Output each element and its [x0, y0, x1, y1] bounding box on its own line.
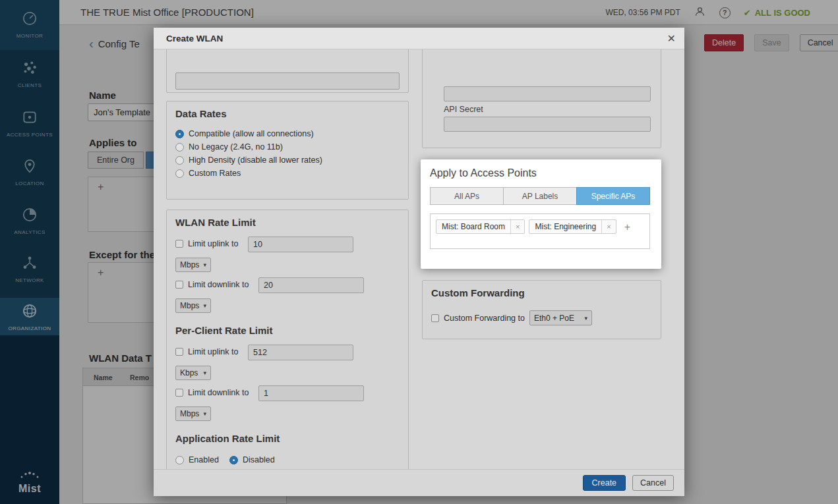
ap-token: Mist: Engineering ×	[529, 219, 616, 234]
chevron-down-icon: ▾	[584, 315, 587, 322]
client-uplink-input[interactable]	[248, 345, 353, 360]
modal-body: Data Rates Compatible (allow all connect…	[154, 49, 684, 469]
client-downlink-unit-select[interactable]: Mbps ▾	[175, 406, 211, 421]
ap-scope-segmented-control: All APs AP Labels Specific APs	[430, 187, 650, 205]
segment-ap-labels[interactable]: AP Labels	[503, 187, 577, 205]
application-rate-limit-title: Application Rate Limit	[175, 433, 280, 444]
apply-to-access-points-card: Apply to Access Points All APs AP Labels…	[421, 159, 661, 269]
radio-row: Custom Rates	[175, 169, 241, 178]
text-input-top-left[interactable]	[175, 72, 400, 90]
create-wlan-modal: Create WLAN ✕ Data Rates Compatible (all…	[154, 28, 684, 496]
radio-app-rate-disabled[interactable]	[229, 456, 238, 464]
wlan-uplink-unit-select[interactable]: Mbps ▾	[175, 258, 211, 272]
limit-row: Limit uplink to	[175, 239, 238, 248]
checkbox-custom-forwarding[interactable]	[431, 314, 439, 322]
radio-label: Custom Rates	[189, 169, 241, 178]
radio-row: Disabled	[229, 455, 275, 464]
checkbox-label: Custom Forwarding to	[444, 314, 525, 323]
rate-limit-card: WLAN Rate Limit Limit uplink to Mbps ▾ L…	[166, 210, 409, 469]
segment-all-aps[interactable]: All APs	[430, 187, 504, 205]
radio-row: High Density (disable all lower rates)	[175, 155, 322, 165]
chevron-down-icon: ▾	[203, 262, 206, 268]
remove-token-icon[interactable]: ×	[510, 220, 524, 233]
wlan-downlink-unit-select[interactable]: Mbps ▾	[175, 298, 211, 313]
chevron-down-icon: ▾	[203, 370, 206, 376]
specific-aps-token-box[interactable]: Mist: Board Room × Mist: Engineering × +	[430, 213, 650, 249]
segment-specific-aps[interactable]: Specific APs	[576, 187, 650, 205]
scrolled-card-right: API Secret	[422, 49, 661, 148]
data-rates-card: Data Rates Compatible (allow all connect…	[166, 101, 409, 200]
limit-row: Limit downlink to	[175, 388, 249, 397]
limit-row: Limit uplink to	[175, 347, 238, 356]
radio-app-rate-enabled[interactable]	[175, 456, 184, 464]
text-input-top-right[interactable]	[444, 86, 651, 101]
checkbox-label: Limit downlink to	[188, 388, 249, 397]
custom-forwarding-card: Custom Forwarding Custom Forwarding to E…	[422, 280, 661, 339]
radio-no-legacy[interactable]	[175, 143, 184, 152]
radio-row: Compatible (allow all connections)	[175, 129, 314, 138]
ap-token-label: Mist: Engineering	[529, 220, 601, 233]
modal-title: Create WLAN	[166, 28, 223, 49]
radio-custom-rates[interactable]	[175, 169, 184, 178]
modal-header: Create WLAN ✕	[154, 28, 684, 49]
scrolled-card-left	[166, 49, 409, 93]
checkbox-label: Limit uplink to	[188, 347, 238, 356]
custom-forwarding-row: Custom Forwarding to	[431, 314, 525, 323]
modal-footer: Create Cancel	[154, 469, 684, 496]
client-uplink-unit-select[interactable]: Kbps ▾	[175, 366, 211, 380]
create-button[interactable]: Create	[583, 475, 626, 491]
data-rates-title: Data Rates	[175, 108, 227, 119]
chevron-down-icon: ▾	[203, 302, 206, 309]
wlan-uplink-input[interactable]	[248, 237, 353, 252]
api-secret-label: API Secret	[444, 105, 483, 114]
remove-token-icon[interactable]: ×	[601, 220, 615, 233]
radio-row: Enabled	[175, 455, 219, 464]
radio-label: Disabled	[243, 455, 275, 464]
unit-value: Kbps	[180, 368, 198, 378]
unit-value: Mbps	[180, 260, 199, 269]
checkbox-client-uplink[interactable]	[175, 348, 183, 356]
radio-label: No Legacy (2.4G, no 11b)	[189, 142, 283, 152]
close-icon[interactable]: ✕	[667, 28, 676, 49]
radio-row: No Legacy (2.4G, no 11b)	[175, 142, 283, 152]
apply-to-aps-title: Apply to Access Points	[430, 167, 537, 179]
radio-high-density[interactable]	[175, 156, 184, 165]
client-downlink-input[interactable]	[258, 385, 364, 401]
checkbox-wlan-uplink[interactable]	[175, 240, 183, 248]
checkbox-wlan-downlink[interactable]	[175, 281, 183, 289]
radio-label: Enabled	[189, 455, 219, 464]
radio-label: High Density (disable all lower rates)	[189, 155, 322, 165]
checkbox-client-downlink[interactable]	[175, 389, 183, 397]
add-ap-icon[interactable]: +	[624, 221, 630, 233]
api-secret-input[interactable]	[444, 117, 651, 132]
modal-cancel-button[interactable]: Cancel	[632, 475, 674, 491]
custom-forwarding-title: Custom Forwarding	[431, 287, 525, 298]
custom-forwarding-select[interactable]: Eth0 + PoE ▾	[529, 310, 592, 325]
wlan-downlink-input[interactable]	[258, 277, 364, 293]
chevron-down-icon: ▾	[203, 410, 206, 417]
checkbox-label: Limit downlink to	[188, 280, 249, 289]
ap-token-label: Mist: Board Room	[436, 220, 510, 233]
radio-compatible[interactable]	[175, 130, 184, 138]
ap-token: Mist: Board Room ×	[436, 219, 525, 234]
wlan-rate-limit-title: WLAN Rate Limit	[175, 217, 256, 228]
per-client-rate-limit-title: Per-Client Rate Limit	[175, 325, 273, 336]
unit-value: Mbps	[180, 301, 199, 310]
radio-label: Compatible (allow all connections)	[189, 129, 314, 138]
limit-row: Limit downlink to	[175, 280, 249, 289]
screen: MONITOR CLIENTS ACCESS POINTS LOCATION A…	[0, 0, 838, 504]
checkbox-label: Limit uplink to	[188, 239, 238, 248]
unit-value: Mbps	[180, 409, 199, 418]
select-value: Eth0 + PoE	[534, 314, 574, 323]
